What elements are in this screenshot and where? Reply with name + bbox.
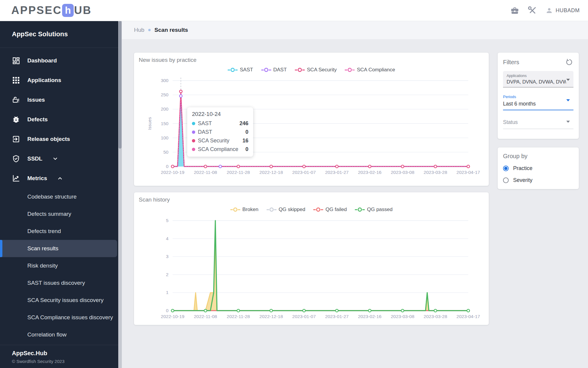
svg-text:300: 300 (161, 78, 168, 83)
scan-history-chart[interactable]: 0123452022-10-192022-11-082022-11-282022… (146, 211, 485, 323)
svg-text:2023-03-08: 2023-03-08 (391, 314, 414, 319)
logo-text-suffix: UB (74, 4, 92, 17)
sidebar-scrollbar-thumb[interactable] (119, 21, 122, 149)
svg-text:2023-03-28: 2023-03-28 (424, 170, 447, 175)
sidebar-subitem-label: SCA Compliance issues discovery (27, 314, 113, 321)
tooltip-row-sca-security: SCA Security16 (192, 136, 248, 145)
sidebar-item-sca-security-issues-discovery[interactable]: SCA Security issues discovery (0, 292, 122, 309)
svg-text:Issues: Issues (147, 117, 152, 130)
sidebar: AppSec Solutions DashboardApplicationsIs… (0, 21, 122, 368)
radio-selected-icon[interactable] (503, 166, 509, 171)
tooltip-date: 2022-10-24 (192, 111, 248, 117)
sidebar-item-applications[interactable]: Applications (0, 70, 122, 90)
svg-text:2022-10-19: 2022-10-19 (161, 170, 184, 175)
logo-h-tile: h (62, 4, 74, 17)
sidebar-footer: AppSec.Hub © Swordfish Security 2023 (0, 345, 122, 368)
tooltip-row-sca-compliance: SCA Compliance0 (192, 145, 248, 154)
user-name: HUBADM (556, 7, 580, 14)
filters-title: Filters (503, 59, 519, 66)
ssdl-icon (12, 155, 20, 163)
sidebar-subitem-label: SCA Security issues discovery (27, 297, 104, 303)
breadcrumb-separator-icon (148, 29, 151, 31)
filters-card: Filters Applications DVPA, DVNA, DVWA, D… (498, 53, 579, 139)
sidebar-item-label: Release objects (27, 136, 70, 142)
sidebar-item-release-objects[interactable]: Release objects (0, 129, 122, 149)
svg-text:2023-01-07: 2023-01-07 (292, 314, 316, 319)
svg-text:4: 4 (166, 236, 168, 241)
sidebar-item-codebase-structure[interactable]: Codebase structure (0, 188, 122, 205)
tools-icon[interactable] (528, 6, 537, 15)
sidebar-item-sca-compliance-issues-discovery[interactable]: SCA Compliance issues discovery (0, 309, 122, 326)
tooltip-series-value: 16 (242, 138, 248, 144)
svg-text:0: 0 (166, 164, 168, 169)
svg-text:2022-11-28: 2022-11-28 (227, 314, 250, 319)
svg-text:2022-11-08: 2022-11-08 (194, 170, 217, 175)
svg-text:2: 2 (166, 272, 168, 277)
sidebar-item-defects[interactable]: Defects (0, 110, 122, 129)
sidebar-section-title: AppSec Solutions (0, 21, 122, 48)
svg-text:2023-02-16: 2023-02-16 (358, 314, 382, 319)
sidebar-item-risk-density[interactable]: Risk density (0, 257, 122, 274)
svg-text:2023-02-16: 2023-02-16 (358, 170, 382, 175)
group-by-option-severity[interactable]: Severity (503, 177, 573, 183)
periods-caret-icon (566, 99, 570, 101)
svg-text:2022-10-19: 2022-10-19 (161, 314, 184, 319)
user-menu[interactable]: HUBADM (546, 7, 580, 14)
sidebar-item-defects-summary[interactable]: Defects summary (0, 205, 122, 223)
group-by-title: Group by (503, 153, 573, 160)
tooltip-series-name: SAST (198, 120, 239, 127)
sidebar-item-scan-results[interactable]: Scan results (0, 240, 117, 257)
sidebar-subitem-label: SAST issues discovery (27, 280, 85, 286)
periods-select[interactable]: Periods Last 6 months (503, 95, 573, 110)
sidebar-item-issues[interactable]: Issues (0, 90, 122, 110)
group-by-option-practice[interactable]: Practice (503, 165, 573, 172)
app-logo[interactable]: APPSEChUB (11, 4, 92, 17)
sidebar-scrollbar[interactable] (118, 21, 122, 368)
sidebar-item-defects-trend[interactable]: Defects trend (0, 223, 122, 240)
toolbox-icon[interactable] (510, 6, 519, 15)
main-content: New issues by practice SASTDASTSCA Secur… (122, 39, 588, 368)
tooltip-series-name: DAST (198, 129, 245, 135)
applications-label: Applications (507, 74, 570, 78)
group-by-card: Group by PracticeSeverity (498, 147, 579, 189)
sidebar-nav: DashboardApplicationsIssuesDefectsReleas… (0, 51, 122, 343)
defects-icon (12, 115, 20, 124)
status-label: Status (503, 119, 573, 129)
chevron-down-icon (52, 155, 59, 162)
series-dot-icon (192, 130, 195, 134)
status-select[interactable]: Status (503, 119, 573, 129)
sidebar-item-sast-issues-discovery[interactable]: SAST issues discovery (0, 274, 122, 292)
sidebar-subitem-label: Defects summary (27, 211, 71, 217)
sidebar-subitem-label: Risk density (27, 262, 58, 269)
svg-text:5: 5 (166, 218, 168, 223)
sidebar-subitem-label: Correlation flow (27, 331, 67, 338)
sidebar-item-dashboard[interactable]: Dashboard (0, 51, 122, 70)
reset-filters-icon[interactable] (565, 58, 573, 66)
breadcrumb-hub-link[interactable]: Hub (134, 27, 144, 33)
radio-unselected-icon[interactable] (503, 177, 509, 183)
series-dot-icon (192, 122, 195, 125)
new-issues-card: New issues by practice SASTDASTSCA Secur… (134, 53, 489, 186)
tooltip-series-value: 0 (245, 146, 248, 152)
tooltip-series-name: SCA Security (198, 138, 242, 144)
svg-text:3: 3 (166, 254, 168, 259)
svg-text:50: 50 (163, 150, 169, 155)
radio-label: Severity (513, 177, 532, 183)
sidebar-item-metrics[interactable]: Metrics (0, 169, 122, 188)
sidebar-item-label: Metrics (27, 175, 47, 182)
sidebar-item-correlation-flow[interactable]: Correlation flow (0, 326, 122, 343)
applications-value: DVPA, DVNA, DVWA, DVWA... (507, 79, 566, 85)
tooltip-series-name: SCA Compliance (198, 146, 245, 152)
sidebar-item-label: Dashboard (27, 57, 57, 64)
svg-text:250: 250 (161, 92, 168, 97)
sidebar-subitem-label: Defects trend (27, 228, 61, 235)
applications-select[interactable]: Applications DVPA, DVNA, DVWA, DVWA... (503, 71, 573, 87)
svg-text:2022-12-18: 2022-12-18 (259, 170, 283, 175)
scan-history-card: Scan history BrokenQG skippedQG failedQG… (134, 192, 489, 325)
sidebar-footer-copyright: © Swordfish Security 2023 (12, 359, 110, 364)
svg-text:2022-11-28: 2022-11-28 (227, 170, 250, 175)
sidebar-subitem-label: Codebase structure (27, 194, 77, 200)
sidebar-item-ssdl[interactable]: SSDL (0, 149, 122, 169)
svg-text:100: 100 (161, 135, 168, 140)
dashboard-icon (12, 56, 20, 65)
